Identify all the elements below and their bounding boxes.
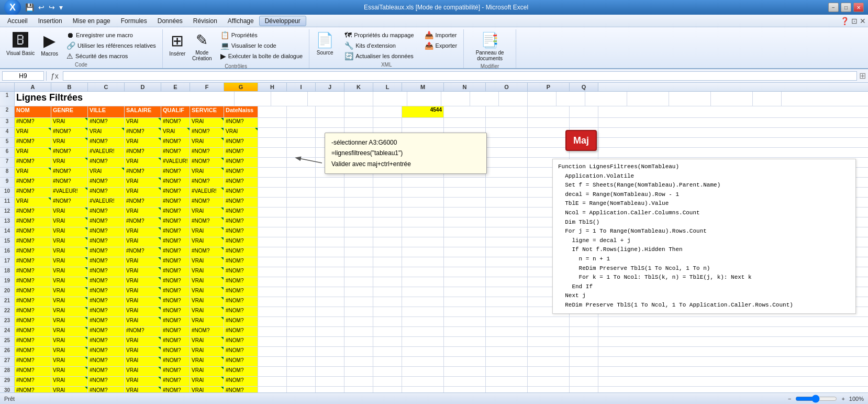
cell-P12[interactable] — [528, 208, 570, 217]
cell-C2[interactable]: VILLE — [88, 106, 125, 117]
cell-F5[interactable]: VRAI — [190, 138, 224, 147]
name-box[interactable] — [2, 71, 44, 81]
cell-A19[interactable]: #NOM? — [15, 277, 51, 287]
zoom-slider[interactable] — [795, 395, 837, 403]
cell-M19[interactable] — [402, 277, 444, 287]
cell-K20[interactable] — [344, 287, 373, 297]
cell-A6[interactable]: VRAI — [15, 148, 51, 157]
cell-G28[interactable]: #NOM? — [224, 367, 258, 376]
cell-N22[interactable] — [444, 307, 486, 316]
cell-G22[interactable]: #NOM? — [224, 307, 258, 316]
cell-I17[interactable] — [287, 257, 316, 267]
cell-L5[interactable] — [373, 138, 402, 147]
cell-O28[interactable] — [486, 367, 528, 376]
cell-B20[interactable]: VRAI — [51, 287, 88, 297]
cell-K6[interactable] — [344, 148, 373, 157]
cell-G19[interactable]: #NOM? — [224, 277, 258, 287]
cell-N4[interactable] — [444, 128, 486, 137]
cell-F18[interactable]: VRAI — [190, 267, 224, 277]
cell-B16[interactable]: VRAI — [51, 247, 88, 257]
cell-A17[interactable]: #NOM? — [15, 257, 51, 267]
cell-A24[interactable]: #NOM? — [15, 327, 51, 336]
cell-J4[interactable] — [316, 128, 344, 137]
cell-C26[interactable]: #NOM? — [88, 347, 125, 356]
cell-H1[interactable] — [441, 92, 470, 106]
cell-D30[interactable]: VRAI — [125, 387, 161, 392]
cell-L28[interactable] — [373, 367, 402, 376]
cell-M15[interactable] — [402, 237, 444, 247]
cell-C3[interactable]: #NOM? — [88, 118, 125, 127]
cell-L21[interactable] — [373, 297, 402, 307]
cell-K10[interactable] — [344, 188, 373, 197]
cell-A13[interactable]: #NOM? — [15, 217, 51, 227]
help-icon[interactable]: ❓ — [840, 17, 849, 25]
col-header-D[interactable]: D — [125, 83, 161, 91]
cell-O27[interactable] — [486, 357, 528, 366]
cell-E16[interactable]: #NOM? — [161, 247, 190, 257]
cell-K12[interactable] — [344, 208, 373, 217]
cell-E18[interactable]: #NOM? — [161, 267, 190, 277]
cell-K21[interactable] — [344, 297, 373, 307]
cell-H29[interactable] — [258, 377, 287, 386]
importer-btn[interactable]: 📥 Importer — [422, 30, 460, 40]
cell-N12[interactable] — [444, 208, 486, 217]
cell-C16[interactable]: #NOM? — [88, 247, 125, 257]
cell-M30[interactable] — [402, 387, 444, 392]
cell-B24[interactable]: VRAI — [51, 327, 88, 336]
cell-E24[interactable]: #NOM? — [161, 327, 190, 336]
cell-F21[interactable]: VRAI — [190, 297, 224, 307]
cell-L8[interactable] — [373, 168, 402, 177]
cell-C17[interactable]: #NOM? — [88, 257, 125, 267]
cell-C29[interactable]: #NOM? — [88, 377, 125, 386]
cell-L30[interactable] — [373, 387, 402, 392]
cell-A28[interactable]: #NOM? — [15, 367, 51, 376]
cell-O3[interactable] — [486, 118, 528, 127]
cell-P30[interactable] — [528, 387, 570, 392]
cell-L3[interactable] — [373, 118, 402, 127]
cell-M21[interactable] — [402, 297, 444, 307]
cell-J5[interactable] — [316, 138, 344, 147]
col-header-G[interactable]: G — [224, 83, 258, 91]
cell-H4[interactable] — [258, 128, 287, 137]
cell-G3[interactable]: #NOM? — [224, 118, 258, 127]
cell-K17[interactable] — [344, 257, 373, 267]
cell-O2[interactable] — [486, 106, 528, 117]
cell-P1[interactable] — [711, 92, 753, 106]
references-relatives-btn[interactable]: 🔗 Utiliser les références relatives — [64, 41, 158, 50]
cell-I22[interactable] — [287, 307, 316, 316]
cell-H22[interactable] — [258, 307, 287, 316]
cell-Q16[interactable] — [570, 247, 598, 257]
cell-A4[interactable]: VRAI — [15, 128, 51, 137]
cell-K8[interactable] — [344, 168, 373, 177]
cell-F23[interactable]: VRAI — [190, 317, 224, 326]
cell-J21[interactable] — [316, 297, 344, 307]
cell-I27[interactable] — [287, 357, 316, 366]
cell-H12[interactable] — [258, 208, 287, 217]
cell-O22[interactable] — [486, 307, 528, 316]
cell-D24[interactable]: #NOM? — [125, 327, 161, 336]
cell-F4[interactable]: #NOM? — [190, 128, 224, 137]
cell-J15[interactable] — [316, 237, 344, 247]
cell-J10[interactable] — [316, 188, 344, 197]
cell-A1[interactable]: Lignes Filtrées — [15, 92, 235, 106]
panneau-documents-btn[interactable]: 📑 Panneau dedocuments — [474, 30, 506, 62]
cell-J20[interactable] — [316, 287, 344, 297]
cell-F20[interactable]: VRAI — [190, 287, 224, 297]
cell-A18[interactable]: #NOM? — [15, 267, 51, 277]
cell-H8[interactable] — [258, 168, 287, 177]
cell-B11[interactable]: #NOM? — [51, 198, 88, 207]
cell-O16[interactable] — [486, 247, 528, 257]
cell-E30[interactable]: #NOM? — [161, 387, 190, 392]
cell-C28[interactable]: #NOM? — [88, 367, 125, 376]
cell-Q21[interactable] — [570, 297, 598, 307]
cell-I24[interactable] — [287, 327, 316, 336]
cell-D6[interactable]: #NOM? — [125, 148, 161, 157]
cell-J25[interactable] — [316, 337, 344, 346]
cell-Q2[interactable] — [570, 106, 598, 117]
cell-H5[interactable] — [258, 138, 287, 147]
cell-F24[interactable]: #NOM? — [190, 327, 224, 336]
cell-E27[interactable]: #NOM? — [161, 357, 190, 366]
cell-Q17[interactable] — [570, 257, 598, 267]
cell-O6[interactable] — [486, 148, 528, 157]
cell-C5[interactable]: #NOM? — [88, 138, 125, 147]
